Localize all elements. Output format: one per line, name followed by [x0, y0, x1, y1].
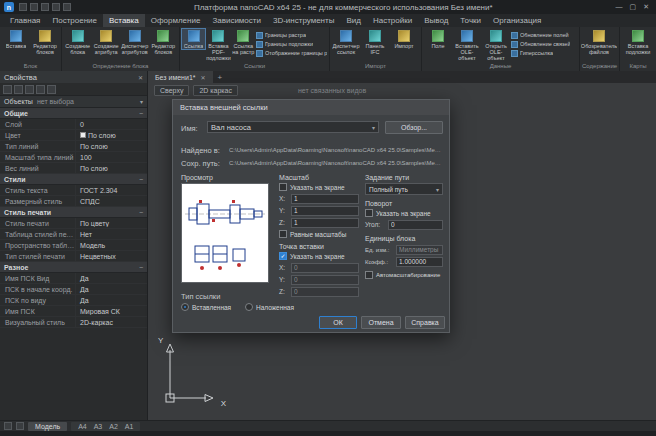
tab-vstavka[interactable]: Вставка	[103, 14, 145, 27]
view-direction-button[interactable]: Сверху	[154, 85, 189, 96]
visual-style-button[interactable]: 2D каркас	[193, 85, 238, 96]
close-button[interactable]: ✕	[643, 1, 649, 13]
scale-y-input[interactable]	[291, 206, 359, 216]
ifc-panel-button[interactable]: Панель IFC	[361, 29, 389, 55]
equal-scales-checkbox[interactable]: Равные масштабы	[279, 230, 359, 238]
section-styles[interactable]: Стили −	[0, 174, 147, 185]
toggle-pickadd-icon[interactable]	[25, 85, 34, 94]
new-tab-icon[interactable]: +	[213, 71, 228, 83]
property-row-ucsname[interactable]: Имя ПСК Мировая СК	[0, 306, 147, 317]
dialog-titlebar[interactable]: Вставка внешней ссылки	[173, 100, 449, 115]
property-row-lineweight[interactable]: Вес линий По слою	[0, 163, 147, 174]
raster-borders-toggle[interactable]: Границы растра	[256, 32, 327, 39]
property-row-color[interactable]: Цвет По слою	[0, 130, 147, 141]
tab-close-icon[interactable]: ✕	[201, 74, 206, 81]
document-tab[interactable]: Без имени1* ✕	[148, 71, 213, 83]
tab-tochki[interactable]: Точки	[454, 14, 487, 27]
quick-select-icon[interactable]	[3, 85, 12, 94]
autoscale-checkbox[interactable]: Автомасштабирование	[365, 271, 443, 279]
update-fields-button[interactable]: Обновление полей	[511, 32, 570, 39]
browse-button[interactable]: Обзор...	[385, 121, 443, 134]
scale-z-input[interactable]	[291, 218, 359, 228]
maximize-button[interactable]: ▢	[630, 1, 637, 13]
tab-organizatsiya[interactable]: Организация	[487, 14, 547, 27]
help-button[interactable]: Справка	[405, 316, 445, 329]
factor-input[interactable]	[396, 257, 443, 267]
undo-icon[interactable]	[52, 3, 60, 11]
collapse-icon[interactable]: −	[139, 264, 143, 271]
path-type-combobox[interactable]: Полный путь ▾	[365, 183, 443, 195]
layout-tab-a1[interactable]: А1	[125, 423, 134, 430]
property-row-layer[interactable]: Слой 0	[0, 119, 147, 130]
create-block-button[interactable]: Создание блока	[64, 29, 92, 55]
layout-tab-a4[interactable]: А4	[78, 423, 87, 430]
section-general[interactable]: Общие −	[0, 108, 147, 119]
layout-tab-a2[interactable]: А2	[109, 423, 118, 430]
xref-manager-button[interactable]: Диспетчер ссылок	[332, 29, 360, 55]
insert-block-button[interactable]: Вставка	[2, 29, 30, 49]
property-row-plottype[interactable]: Тип стилей печати Нецветных	[0, 251, 147, 262]
tab-nastroyki[interactable]: Настройки	[367, 14, 418, 27]
attribute-manager-button[interactable]: Диспетчер атрибутов	[121, 29, 149, 55]
tab-postroenie[interactable]: Построение	[46, 14, 103, 27]
property-row-ucsview[interactable]: Имя ПСК Вид Да	[0, 273, 147, 284]
import-button[interactable]: Импорт	[390, 29, 418, 49]
insertion-onscreen-checkbox[interactable]: ✓ Указать на экране	[279, 252, 359, 260]
collapse-icon[interactable]: −	[139, 209, 143, 216]
property-row-plotstyle[interactable]: Стиль печати По цвету	[0, 218, 147, 229]
attach-xref-button[interactable]: Ссылка	[182, 29, 205, 49]
ok-button[interactable]: ОК	[319, 316, 357, 329]
property-row-plottable[interactable]: Таблица стилей печати Нет	[0, 229, 147, 240]
ref-attached-radio[interactable]: Вставленная	[181, 303, 231, 311]
model-tab[interactable]: Модель	[28, 422, 67, 431]
property-row-ucsorigin[interactable]: ПСК в начале коорд. Да	[0, 284, 147, 295]
insert-underlay-button[interactable]: Вставка подложки	[622, 29, 654, 55]
create-attribute-button[interactable]: Создание атрибута	[93, 29, 121, 55]
attach-raster-button[interactable]: Ссылка на растр	[232, 29, 255, 55]
tab-glavnaya[interactable]: Главная	[4, 14, 46, 27]
panel-settings-icon[interactable]	[47, 85, 56, 94]
open-ole-button[interactable]: Открыть OLE-объект	[482, 29, 510, 61]
property-row-textstyle[interactable]: Стиль текста ГОСТ 2.304	[0, 185, 147, 196]
redo-icon[interactable]	[63, 3, 71, 11]
cancel-button[interactable]: Отмена	[361, 316, 401, 329]
property-row-dimstyle[interactable]: Размерный стиль СПДС	[0, 196, 147, 207]
tab-vyvod[interactable]: Вывод	[418, 14, 454, 27]
tab-vid[interactable]: Вид	[340, 14, 366, 27]
property-row-ucsperview[interactable]: ПСК по виду Да	[0, 295, 147, 306]
open-file-icon[interactable]	[30, 3, 38, 11]
tab-zavisimosti[interactable]: Зависимости	[206, 14, 267, 27]
block-editor2-button[interactable]: Редактор блоков	[150, 29, 178, 55]
model-space-icon[interactable]	[4, 422, 12, 430]
attach-pdf-button[interactable]: Вставка PDF-подложки	[206, 29, 231, 61]
scale-onscreen-checkbox[interactable]: Указать на экране	[279, 183, 359, 191]
property-row-plotspace[interactable]: Пространство табли... Модель	[0, 240, 147, 251]
layout-tab-a3[interactable]: А3	[94, 423, 103, 430]
hyperlink-button[interactable]: Гиперссылка	[511, 50, 570, 57]
minimize-button[interactable]: —	[616, 1, 623, 13]
tab-3d-instrumenty[interactable]: 3D-инструменты	[267, 14, 341, 27]
scale-x-input[interactable]	[291, 194, 359, 204]
property-row-ltscale[interactable]: Масштаб типа линий 100	[0, 152, 147, 163]
new-file-icon[interactable]	[19, 3, 27, 11]
show-raster-border-toggle[interactable]: Отображение границы растра	[256, 50, 327, 57]
panel-close-icon[interactable]: ✕	[138, 74, 143, 81]
xref-name-combobox[interactable]: Вал насоса ▾	[207, 121, 379, 133]
property-row-linetype[interactable]: Тип линий По слою	[0, 141, 147, 152]
underlay-borders-toggle[interactable]: Границы подложки	[256, 41, 327, 48]
block-editor-button[interactable]: Редактор блоков	[31, 29, 59, 55]
layout-list-icon[interactable]	[16, 422, 24, 430]
object-selector[interactable]: Объекты нет выбора ▾	[0, 96, 147, 108]
rotation-onscreen-checkbox[interactable]: Указать на экране	[365, 209, 443, 217]
angle-input[interactable]	[388, 220, 443, 230]
file-explorer-button[interactable]: Обозреватель файлов	[582, 29, 616, 55]
field-button[interactable]: Поле	[424, 29, 452, 49]
property-row-visualstyle[interactable]: Визуальный стиль 2D-каркас	[0, 317, 147, 328]
copy-properties-icon[interactable]	[36, 85, 45, 94]
section-misc[interactable]: Разное −	[0, 262, 147, 273]
select-objects-icon[interactable]	[14, 85, 23, 94]
tab-oformlenie[interactable]: Оформление	[145, 14, 207, 27]
save-icon[interactable]	[41, 3, 49, 11]
insert-ole-button[interactable]: Вставить OLE-объект	[453, 29, 481, 61]
update-links-button[interactable]: Обновление связей	[511, 41, 570, 48]
